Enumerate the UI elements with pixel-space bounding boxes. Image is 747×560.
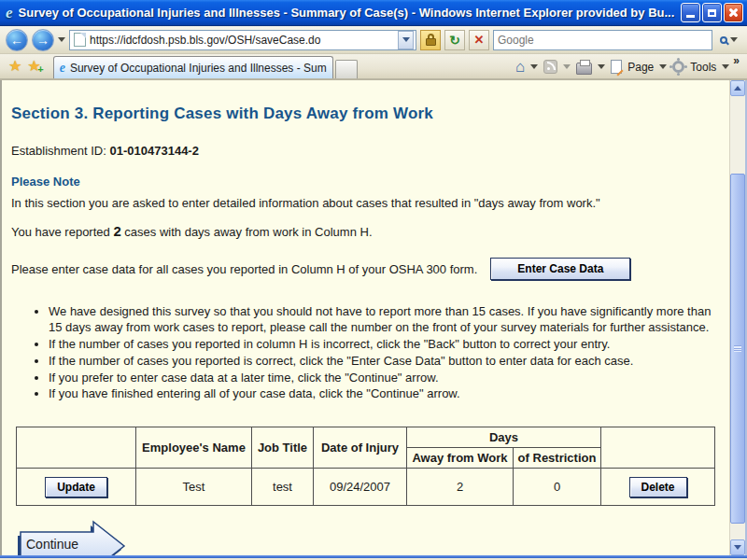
restore-button[interactable] [702,3,722,22]
header-employee-name: Employee's Name [136,427,252,469]
browser-window: e Survey of Occupational Injuries and Il… [0,0,747,560]
cell-job-title: test [252,469,314,506]
add-favorite-button[interactable]: ★ [27,59,40,74]
cell-days-restriction: 0 [514,469,601,506]
page-title: Section 3. Reporting Cases with Days Awa… [11,105,720,123]
ie-logo-icon: e [6,5,13,21]
print-dropdown-caret-icon[interactable] [598,64,605,69]
feeds-dropdown-caret-icon [563,64,571,69]
history-dropdown-caret-icon[interactable] [58,37,65,42]
stop-button[interactable]: ✕ [469,30,489,50]
scroll-up-button[interactable] [730,80,745,96]
search-box[interactable] [493,30,712,50]
close-icon [728,7,739,18]
update-button[interactable]: Update [45,477,107,497]
scroll-up-icon [734,86,741,91]
please-note-heading: Please Note [11,175,720,189]
scroll-down-icon [734,545,741,550]
instruction-item: If you prefer to enter case data at a la… [49,371,720,386]
reported-cases-line: You have reported 2 cases with days away… [11,223,720,239]
establishment-label: Establishment ID: [11,144,110,158]
address-dropdown-button[interactable] [398,31,414,49]
title-bar: e Survey of Occupational Injuries and Il… [0,0,747,26]
search-input[interactable] [498,34,708,47]
enter-case-data-button[interactable]: Enter Case Data [490,258,630,280]
refresh-button[interactable]: ↻ [444,30,465,50]
header-days: Days [407,427,601,448]
close-button[interactable] [724,3,743,22]
page-dropdown-caret-icon[interactable] [659,64,667,69]
new-tab-button[interactable] [335,60,358,78]
search-button[interactable] [716,30,741,50]
home-dropdown-caret-icon[interactable] [530,64,538,69]
continue-label: Continue [26,537,78,552]
header-away-from-work: Away from Work [407,448,514,469]
address-toolbar: ← → ↻ ✕ [0,26,747,54]
tools-menu-label[interactable]: Tools [690,61,716,74]
page-content: Section 3. Reporting Cases with Days Awa… [2,80,729,555]
address-input[interactable] [90,34,398,47]
instruction-item: We have designed this survey so that you… [49,304,720,336]
cell-employee-name: Test [136,469,252,506]
restore-icon [708,9,716,17]
page-viewport: Section 3. Reporting Cases with Days Awa… [0,80,747,555]
establishment-id: 01-010473144-2 [110,144,199,158]
header-empty-left [17,427,136,469]
back-button[interactable]: ← [6,29,28,51]
header-job-title: Job Title [252,427,314,469]
establishment-line: Establishment ID: 01-010473144-2 [11,144,720,158]
enter-case-prompt: Please enter case data for all cases you… [11,262,477,276]
header-of-restriction: of Restriction [514,448,601,469]
cell-date-of-injury: 09/24/2007 [314,469,407,506]
header-empty-right [601,427,715,469]
minimize-button[interactable] [681,3,700,22]
tools-gear-icon[interactable] [672,61,684,73]
search-dropdown-caret-icon[interactable] [730,37,738,42]
vertical-scrollbar[interactable] [729,80,745,555]
toolbar-overflow-chevron[interactable]: » [733,54,740,67]
search-icon [720,36,727,44]
tab-ie-icon: e [60,62,65,75]
browser-tab[interactable]: e Survey of Occupational Injuries and Il… [53,56,333,78]
instructions-list: We have designed this survey so that you… [39,304,720,402]
tab-toolbar: ★ ★ e Survey of Occupational Injuries an… [0,54,747,80]
header-date-of-injury: Date of Injury [314,427,407,469]
page-menu-icon[interactable] [611,60,622,74]
instruction-item: If you have finished entering all of you… [49,386,720,402]
cases-table: Employee's Name Job Title Date of Injury… [16,427,715,506]
address-dropdown-caret-icon [402,37,410,42]
table-row: Update Test test 09/24/2007 2 0 Delete [17,469,715,506]
instruction-item: If the number of cases you reported is c… [49,354,720,370]
print-button[interactable] [576,63,592,75]
scrollbar-thumb[interactable] [730,174,745,524]
tab-label: Survey of Occupational Injuries and Illn… [70,62,327,75]
tools-dropdown-caret-icon[interactable] [722,64,729,69]
security-lock-button[interactable] [420,30,441,50]
cell-days-away: 2 [407,469,514,506]
minimize-icon [686,15,695,18]
scrollbar-grip-icon [734,345,741,352]
enter-case-row: Please enter case data for all cases you… [11,258,720,280]
address-field[interactable] [69,30,416,50]
stop-icon: ✕ [474,33,485,47]
reported-prefix: You have reported [11,225,113,239]
intro-paragraph: In this section you are asked to enter d… [11,196,720,210]
delete-button[interactable]: Delete [629,477,687,497]
window-bottom-border [0,555,747,558]
favorites-center-button[interactable]: ★ [8,59,21,74]
instruction-item: If the number of cases you reported in c… [49,337,720,353]
reported-count: 2 [113,223,120,239]
continue-arrow-button[interactable]: Continue [17,519,129,555]
refresh-icon: ↻ [449,33,460,48]
feeds-icon[interactable] [543,60,557,74]
scroll-down-button[interactable] [730,539,745,555]
page-document-icon [74,33,86,47]
page-menu-label[interactable]: Page [627,61,654,74]
home-button[interactable]: ⌂ [515,59,525,75]
forward-button[interactable]: → [32,29,54,51]
reported-suffix: cases with days away from work in Column… [121,225,373,239]
window-title: Survey of Occupational Injuries and Illn… [19,6,681,20]
